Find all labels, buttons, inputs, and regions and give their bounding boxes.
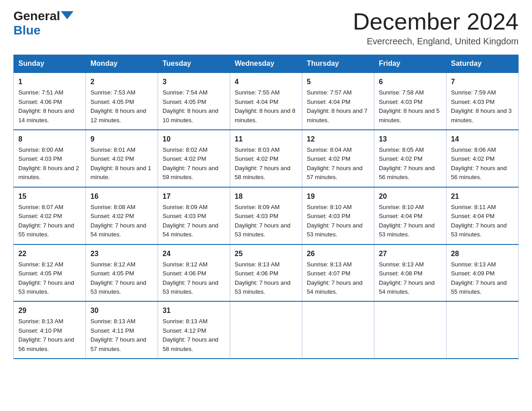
calendar-cell <box>230 301 302 359</box>
calendar-cell: 23 Sunrise: 8:12 AMSunset: 4:05 PMDaylig… <box>86 244 158 302</box>
calendar-cell: 14 Sunrise: 8:06 AMSunset: 4:02 PMDaylig… <box>446 130 519 187</box>
day-info: Sunrise: 8:13 AMSunset: 4:10 PMDaylight:… <box>18 318 74 352</box>
day-number: 8 <box>18 134 81 145</box>
calendar-week-3: 15 Sunrise: 8:07 AMSunset: 4:02 PMDaylig… <box>14 187 519 244</box>
day-info: Sunrise: 8:02 AMSunset: 4:02 PMDaylight:… <box>163 146 219 180</box>
calendar-cell: 31 Sunrise: 8:13 AMSunset: 4:12 PMDaylig… <box>158 301 230 359</box>
logo: General Blue <box>13 9 73 38</box>
page-header: General Blue December 2024 Evercreech, E… <box>13 9 519 47</box>
day-info: Sunrise: 8:05 AMSunset: 4:02 PMDaylight:… <box>379 146 435 180</box>
day-number: 26 <box>307 248 369 259</box>
day-number: 29 <box>18 305 81 316</box>
month-title: December 2024 <box>353 9 519 34</box>
day-number: 10 <box>163 134 225 145</box>
calendar-header-row: Sunday Monday Tuesday Wednesday Thursday… <box>14 55 519 73</box>
day-info: Sunrise: 8:13 AMSunset: 4:06 PMDaylight:… <box>235 261 291 295</box>
day-info: Sunrise: 7:59 AMSunset: 4:03 PMDaylight:… <box>451 89 512 123</box>
day-number: 25 <box>235 248 297 259</box>
calendar-cell: 10 Sunrise: 8:02 AMSunset: 4:02 PMDaylig… <box>158 130 230 187</box>
calendar-cell: 9 Sunrise: 8:01 AMSunset: 4:02 PMDayligh… <box>86 130 158 187</box>
calendar-cell: 28 Sunrise: 8:13 AMSunset: 4:09 PMDaylig… <box>446 244 519 302</box>
day-number: 15 <box>18 191 81 202</box>
day-number: 19 <box>307 191 369 202</box>
day-number: 11 <box>235 134 297 145</box>
day-number: 4 <box>235 77 297 87</box>
day-info: Sunrise: 8:01 AMSunset: 4:02 PMDaylight:… <box>90 146 151 180</box>
day-number: 21 <box>451 191 514 202</box>
day-info: Sunrise: 8:04 AMSunset: 4:02 PMDaylight:… <box>307 146 363 180</box>
logo-text-general: General <box>13 9 60 23</box>
calendar-cell: 4 Sunrise: 7:55 AMSunset: 4:04 PMDayligh… <box>230 73 302 130</box>
day-number: 9 <box>90 134 153 145</box>
calendar-cell: 16 Sunrise: 8:08 AMSunset: 4:02 PMDaylig… <box>86 187 158 244</box>
calendar-cell: 26 Sunrise: 8:13 AMSunset: 4:07 PMDaylig… <box>302 244 374 302</box>
calendar-cell <box>446 301 519 359</box>
day-info: Sunrise: 8:08 AMSunset: 4:02 PMDaylight:… <box>90 204 146 238</box>
calendar-cell: 1 Sunrise: 7:51 AMSunset: 4:06 PMDayligh… <box>14 73 86 130</box>
day-number: 20 <box>379 191 442 202</box>
day-number: 3 <box>163 77 225 87</box>
day-number: 23 <box>90 248 153 259</box>
day-info: Sunrise: 8:11 AMSunset: 4:04 PMDaylight:… <box>451 204 507 238</box>
day-info: Sunrise: 7:57 AMSunset: 4:04 PMDaylight:… <box>307 89 368 123</box>
day-info: Sunrise: 7:51 AMSunset: 4:06 PMDaylight:… <box>18 89 74 123</box>
calendar-week-5: 29 Sunrise: 8:13 AMSunset: 4:10 PMDaylig… <box>14 301 519 359</box>
calendar-cell: 19 Sunrise: 8:10 AMSunset: 4:03 PMDaylig… <box>302 187 374 244</box>
day-info: Sunrise: 7:55 AMSunset: 4:04 PMDaylight:… <box>235 89 296 123</box>
logo-arrow-icon <box>61 11 73 19</box>
day-number: 24 <box>163 248 225 259</box>
day-number: 5 <box>307 77 369 87</box>
calendar-cell: 18 Sunrise: 8:09 AMSunset: 4:03 PMDaylig… <box>230 187 302 244</box>
day-number: 14 <box>451 134 514 145</box>
day-info: Sunrise: 8:13 AMSunset: 4:09 PMDaylight:… <box>451 261 507 295</box>
day-info: Sunrise: 7:58 AMSunset: 4:03 PMDaylight:… <box>379 89 440 123</box>
day-number: 13 <box>379 134 442 145</box>
col-wednesday: Wednesday <box>230 55 302 73</box>
calendar-cell: 6 Sunrise: 7:58 AMSunset: 4:03 PMDayligh… <box>374 73 446 130</box>
day-info: Sunrise: 8:13 AMSunset: 4:11 PMDaylight:… <box>90 318 146 352</box>
day-number: 7 <box>451 77 514 87</box>
calendar-cell: 20 Sunrise: 8:10 AMSunset: 4:04 PMDaylig… <box>374 187 446 244</box>
calendar-cell: 3 Sunrise: 7:54 AMSunset: 4:05 PMDayligh… <box>158 73 230 130</box>
day-info: Sunrise: 8:13 AMSunset: 4:12 PMDaylight:… <box>163 318 219 352</box>
col-friday: Friday <box>374 55 446 73</box>
calendar-cell <box>374 301 446 359</box>
col-thursday: Thursday <box>302 55 374 73</box>
calendar-week-1: 1 Sunrise: 7:51 AMSunset: 4:06 PMDayligh… <box>14 73 519 130</box>
day-number: 18 <box>235 191 297 202</box>
day-info: Sunrise: 7:54 AMSunset: 4:05 PMDaylight:… <box>163 89 219 123</box>
day-number: 22 <box>18 248 81 259</box>
day-info: Sunrise: 8:12 AMSunset: 4:06 PMDaylight:… <box>163 261 219 295</box>
day-number: 28 <box>451 248 514 259</box>
day-number: 16 <box>90 191 153 202</box>
title-block: December 2024 Evercreech, England, Unite… <box>353 9 519 47</box>
col-sunday: Sunday <box>14 55 86 73</box>
day-info: Sunrise: 7:53 AMSunset: 4:05 PMDaylight:… <box>90 89 146 123</box>
calendar-cell: 7 Sunrise: 7:59 AMSunset: 4:03 PMDayligh… <box>446 73 519 130</box>
day-info: Sunrise: 8:09 AMSunset: 4:03 PMDaylight:… <box>163 204 219 238</box>
calendar-cell: 21 Sunrise: 8:11 AMSunset: 4:04 PMDaylig… <box>446 187 519 244</box>
logo-text-blue: Blue <box>13 23 41 37</box>
day-info: Sunrise: 8:00 AMSunset: 4:03 PMDaylight:… <box>18 146 79 180</box>
location-subtitle: Evercreech, England, United Kingdom <box>353 36 519 47</box>
day-number: 2 <box>90 77 153 87</box>
day-number: 30 <box>90 305 153 316</box>
day-number: 1 <box>18 77 81 87</box>
day-info: Sunrise: 8:12 AMSunset: 4:05 PMDaylight:… <box>90 261 146 295</box>
calendar-week-4: 22 Sunrise: 8:12 AMSunset: 4:05 PMDaylig… <box>14 244 519 302</box>
day-number: 31 <box>163 305 225 316</box>
day-info: Sunrise: 8:12 AMSunset: 4:05 PMDaylight:… <box>18 261 74 295</box>
calendar-table: Sunday Monday Tuesday Wednesday Thursday… <box>13 55 519 359</box>
day-info: Sunrise: 8:10 AMSunset: 4:04 PMDaylight:… <box>379 204 435 238</box>
col-monday: Monday <box>86 55 158 73</box>
calendar-cell: 24 Sunrise: 8:12 AMSunset: 4:06 PMDaylig… <box>158 244 230 302</box>
day-number: 6 <box>379 77 442 87</box>
calendar-cell: 15 Sunrise: 8:07 AMSunset: 4:02 PMDaylig… <box>14 187 86 244</box>
calendar-week-2: 8 Sunrise: 8:00 AMSunset: 4:03 PMDayligh… <box>14 130 519 187</box>
day-number: 12 <box>307 134 369 145</box>
calendar-cell: 25 Sunrise: 8:13 AMSunset: 4:06 PMDaylig… <box>230 244 302 302</box>
day-number: 27 <box>379 248 442 259</box>
col-saturday: Saturday <box>446 55 519 73</box>
calendar-cell: 13 Sunrise: 8:05 AMSunset: 4:02 PMDaylig… <box>374 130 446 187</box>
day-info: Sunrise: 8:03 AMSunset: 4:02 PMDaylight:… <box>235 146 291 180</box>
